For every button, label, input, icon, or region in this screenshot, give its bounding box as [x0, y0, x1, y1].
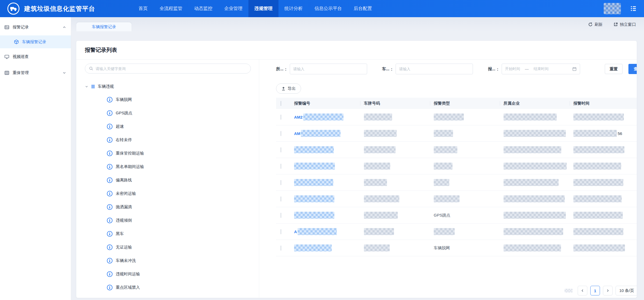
row-checkbox[interactable] [281, 131, 281, 136]
filter-plate: 车... : [382, 64, 473, 74]
tree-item-gps-jump[interactable]: GPS跳点 [85, 106, 251, 120]
date-start-placeholder[interactable]: 开始时间 [505, 67, 520, 71]
redacted-plate [364, 195, 399, 202]
redacted-type [434, 228, 455, 235]
enterprise-filter-input[interactable] [290, 64, 367, 74]
info-icon [107, 177, 113, 183]
row-checkbox[interactable] [281, 164, 281, 169]
info-icon [107, 97, 113, 103]
keyword-search-input[interactable] [96, 67, 247, 71]
page-size-select[interactable]: 10 条/页 [616, 286, 637, 295]
row-checkbox[interactable] [281, 229, 281, 234]
refresh-icon [588, 22, 593, 27]
table-row: A 处置 [276, 224, 637, 240]
row-checkbox[interactable] [281, 213, 281, 218]
nav-item-violation[interactable]: 违规管理 [248, 0, 278, 17]
tree-item-label: 重保管控期运输 [116, 151, 144, 156]
tree-item-black-vehicle[interactable]: 黑车 [85, 227, 251, 240]
col-alarm-type: 报警类型 [434, 101, 504, 106]
date-range-picker[interactable]: 开始时间 — 结束时间 [502, 64, 580, 74]
nav-item-admin-config[interactable]: 后台配置 [348, 0, 378, 17]
chevron-right-icon [606, 289, 609, 292]
row-checkbox[interactable] [281, 180, 281, 185]
tree-item-label: 违规倾倒 [116, 218, 132, 223]
nav-item-home[interactable]: 首页 [133, 0, 154, 17]
alarm-time-fragment: 56 [618, 131, 622, 136]
tree-item-spillage[interactable]: 抛洒漏滴 [85, 200, 251, 214]
export-button[interactable]: 导出 [276, 83, 301, 94]
info-icon [107, 244, 113, 250]
tree-item-unwashed[interactable]: 车辆未冲洗 [85, 254, 251, 267]
info-icon [107, 231, 113, 237]
tree-item-overspeed[interactable]: 超速 [85, 120, 251, 133]
redacted-time [573, 212, 623, 219]
row-checkbox[interactable] [281, 246, 281, 251]
user-avatar[interactable] [604, 3, 621, 14]
page-number-current[interactable]: 1 [590, 286, 600, 295]
table-row: 处置 [276, 174, 637, 191]
tree-item-illegal-time[interactable]: 违规时间运输 [85, 267, 251, 281]
alarm-table: 报警编号 车牌号码 报警类型 所属企业 报警时间 操作 AM2 [276, 98, 637, 256]
app-root: 建筑垃圾信息化监管平台 首页 全流程监管 动态监控 企业管理 违规管理 统计分析… [0, 0, 644, 300]
sidebar-item-guard-management[interactable]: 重保管理 [0, 67, 71, 79]
row-checkbox[interactable] [281, 147, 281, 152]
nav-item-dynamic-monitor[interactable]: 动态监控 [188, 0, 218, 17]
tree-item-offline[interactable]: 车辆脱网 [85, 93, 251, 106]
table-row: GPS跳点 处置 [276, 207, 637, 224]
tree-item-label: 重点区域禁入 [116, 285, 140, 290]
sidebar: 报警记录 车辆报警记录 视频巡查 重保管理 [0, 17, 71, 300]
row-checkbox[interactable] [281, 115, 281, 120]
nav-item-full-process[interactable]: 全流程监管 [154, 0, 188, 17]
plate-filter-input[interactable] [396, 64, 473, 74]
nav-item-public-platform[interactable]: 信息公示平台 [309, 0, 348, 17]
list-menu-icon[interactable] [630, 5, 637, 12]
date-end-placeholder[interactable]: 结束时间 [534, 67, 549, 71]
caret-down-icon[interactable] [85, 85, 88, 88]
redacted-time [573, 179, 623, 186]
standalone-window-button[interactable]: 独立窗口 [613, 22, 636, 27]
row-checkbox[interactable] [281, 196, 281, 202]
tree-item-label: 黑车 [116, 231, 124, 236]
nav-item-enterprise[interactable]: 企业管理 [218, 0, 248, 17]
tree-item-restricted-area[interactable]: 重点区域禁入 [85, 281, 251, 294]
keyword-search-box[interactable] [85, 64, 251, 74]
tree-item-guard-period[interactable]: 重保管控期运输 [85, 147, 251, 160]
tree-item-blacklist-period[interactable]: 黑名单期间运输 [85, 160, 251, 173]
sidebar-item-vehicle-alarm-records[interactable]: 车辆报警记录 [0, 35, 71, 48]
reset-button[interactable]: 重置 [605, 64, 623, 74]
tree-item-illegal-dumping[interactable]: 违规倾倒 [85, 214, 251, 227]
tree-parent-label: 车辆违规 [98, 84, 114, 89]
query-button[interactable]: 查询 [628, 64, 637, 74]
table-row: 处置 [276, 142, 637, 158]
sidebar-item-video-patrol[interactable]: 视频巡查 [0, 50, 71, 63]
tree-item-route-deviation[interactable]: 偏离路线 [85, 173, 251, 187]
redacted-plate [364, 163, 390, 170]
filter-bar: 所... : 车... : 报... : [276, 64, 637, 74]
redacted-id [294, 163, 335, 170]
tree-list-icon [91, 84, 95, 89]
tree-node-vehicle-violation[interactable]: 车辆违规 [85, 82, 251, 91]
prev-page-button[interactable] [578, 286, 587, 295]
filter-enterprise: 所... : [276, 64, 367, 74]
tree-item-unlicensed[interactable]: 无证运输 [85, 240, 251, 254]
select-all-checkbox[interactable] [281, 101, 281, 106]
tab-tools: 刷新 独立窗口 [588, 22, 636, 27]
redacted-id [298, 228, 337, 235]
redacted-time [573, 130, 617, 137]
tab-vehicle-alarm-records[interactable]: 车辆报警记录 [76, 22, 132, 31]
info-icon [107, 258, 113, 264]
tree-item-unsealed[interactable]: 未密闭运输 [85, 187, 251, 200]
redacted-plate [364, 244, 390, 251]
next-page-button[interactable] [603, 286, 613, 295]
filter-buttons: 重置 查询 [605, 64, 637, 74]
page-title: 报警记录列表 [76, 41, 637, 60]
platform-logo-icon [7, 2, 20, 15]
refresh-button[interactable]: 刷新 [588, 22, 603, 27]
filter-colon: : [285, 67, 287, 71]
redacted-plate [364, 130, 397, 137]
tree-item-right-turn[interactable]: 右转未停 [85, 133, 251, 147]
sidebar-item-alarm-records[interactable]: 报警记录 [0, 21, 71, 33]
export-icon [281, 87, 285, 91]
nav-item-statistics[interactable]: 统计分析 [278, 0, 309, 17]
filter-label: 车... [382, 67, 390, 72]
